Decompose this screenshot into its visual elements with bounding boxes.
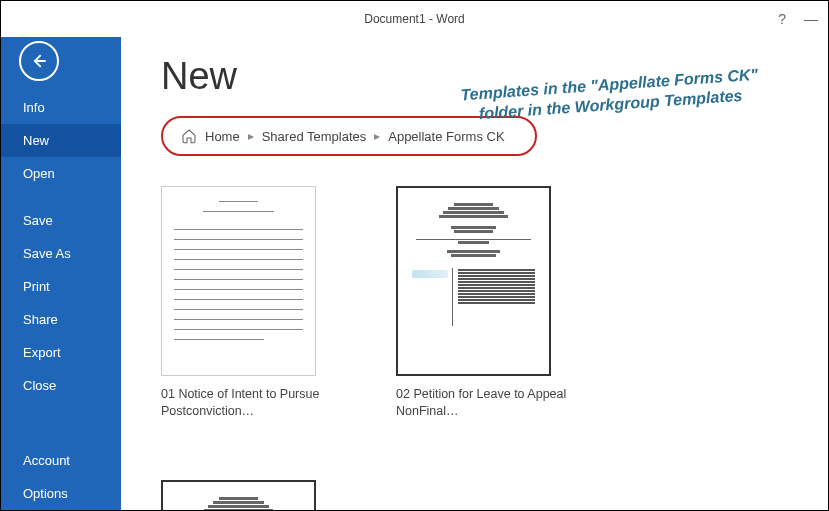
sidebar-item-save-as[interactable]: Save As [1, 237, 121, 270]
template-item[interactable]: 02 Petition for Leave to Appeal NonFinal… [396, 186, 571, 420]
chevron-right-icon: ▸ [374, 129, 380, 143]
sidebar-item-label: Open [23, 166, 55, 181]
sidebar-item-share[interactable]: Share [1, 303, 121, 336]
sidebar-item-save[interactable]: Save [1, 204, 121, 237]
content-area: New Templates in the "Appellate Forms CK… [121, 37, 828, 510]
template-label: 02 Petition for Leave to Appeal NonFinal… [396, 386, 571, 420]
window-title: Document1 - Word [364, 12, 464, 26]
backstage-sidebar: Info New Open Save Save As Print Share E… [1, 37, 121, 510]
sidebar-item-print[interactable]: Print [1, 270, 121, 303]
crumb-current-folder[interactable]: Appellate Forms CK [388, 129, 504, 144]
sidebar-item-label: Export [23, 345, 61, 360]
sidebar-item-label: Print [23, 279, 50, 294]
sidebar-item-label: Info [23, 100, 45, 115]
sidebar-item-options[interactable]: Options [1, 477, 121, 510]
sidebar-item-label: New [23, 133, 49, 148]
sidebar-item-close[interactable]: Close [1, 369, 121, 402]
back-button[interactable] [19, 41, 59, 81]
template-item[interactable]: 01 Notice of Intent to Pursue Postconvic… [161, 186, 336, 420]
template-label: 01 Notice of Intent to Pursue Postconvic… [161, 386, 336, 420]
sidebar-item-info[interactable]: Info [1, 91, 121, 124]
sidebar-item-label: Save [23, 213, 53, 228]
sidebar-item-label: Share [23, 312, 58, 327]
template-thumbnail [396, 186, 551, 376]
minimize-icon[interactable]: — [804, 11, 818, 27]
template-item[interactable]: 02 SPD Petition for Leave to Appeal NonF… [161, 480, 336, 510]
sidebar-item-label: Options [23, 486, 68, 501]
sidebar-item-export[interactable]: Export [1, 336, 121, 369]
sidebar-item-label: Save As [23, 246, 71, 261]
sidebar-item-new[interactable]: New [1, 124, 121, 157]
title-bar: Document1 - Word ? — [1, 1, 828, 37]
sidebar-item-account[interactable]: Account [1, 444, 121, 477]
help-icon[interactable]: ? [778, 11, 786, 27]
chevron-right-icon: ▸ [248, 129, 254, 143]
template-thumbnail [161, 186, 316, 376]
sidebar-item-label: Close [23, 378, 56, 393]
crumb-home[interactable]: Home [205, 129, 240, 144]
sidebar-item-label: Account [23, 453, 70, 468]
template-thumbnail [161, 480, 316, 510]
sidebar-item-open[interactable]: Open [1, 157, 121, 190]
crumb-shared-templates[interactable]: Shared Templates [262, 129, 367, 144]
template-gallery: 01 Notice of Intent to Pursue Postconvic… [161, 186, 788, 510]
home-icon [181, 128, 197, 144]
